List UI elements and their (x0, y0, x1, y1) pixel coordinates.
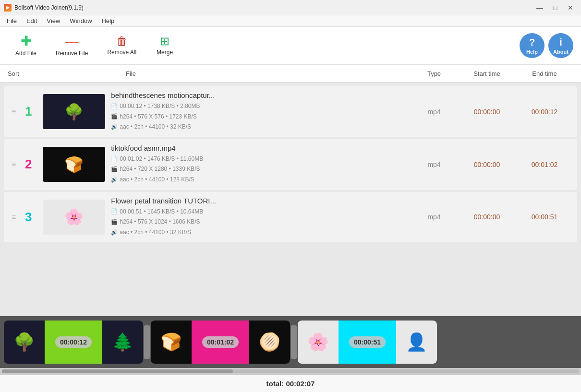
meta-video: h264 • 720 X 1280 • 1339 KB/S (120, 164, 200, 175)
end-time: 00:01:02 (516, 161, 573, 168)
col-end-header: End time (516, 70, 573, 77)
thumbnail-placeholder: 🍞 (43, 147, 105, 182)
row-number: 3 (20, 210, 37, 225)
row-number: 2 (20, 157, 37, 172)
remove-file-label: Remove File (56, 50, 88, 57)
toolbar: ✚ Add File — Remove File 🗑 Remove All ⊞ … (0, 27, 581, 65)
file-info: behindthescenes motioncaptur... 📄 00.00.… (111, 91, 410, 132)
clip-thumb-right-icon: 🫓 (259, 332, 280, 352)
doc-icon: 📄 (111, 207, 118, 216)
scrollbar-area[interactable] (0, 368, 581, 375)
meta-video: h264 • 576 X 576 • 1723 KB/S (120, 112, 197, 122)
thumbnail-placeholder: 🌳 (43, 94, 105, 129)
menu-bar: File Edit View Window Help (0, 15, 581, 27)
video-icon: 🎬 (111, 112, 118, 121)
about-icon: i (559, 37, 562, 48)
table-row[interactable]: ≡ 3 🌸 Flower petal transition TUTORI... … (4, 192, 577, 243)
title-bar: ▶ Boilsoft Video Joiner(9.1.9) — □ ✕ (0, 0, 581, 15)
meta-duration: 00.01.02 • 1476 KB/S • 11.60MB (120, 154, 203, 165)
clip-thumb-right-icon: 🌲 (112, 332, 133, 352)
audio-icon: 🔊 (111, 228, 118, 238)
meta-duration: 00.00.51 • 1645 KB/S • 10.64MB (120, 207, 203, 217)
menu-edit[interactable]: Edit (22, 16, 42, 25)
row-thumbnail: 🌸 (43, 200, 105, 235)
clip-time-badge: 00:01:02 (202, 336, 239, 348)
file-meta: 📄 00.00.51 • 1645 KB/S • 10.64MB 🎬 h264 … (111, 207, 410, 238)
row-number: 1 (20, 104, 37, 119)
remove-all-icon: 🗑 (116, 36, 128, 47)
file-name: tiktokfood asmr.mp4 (111, 144, 410, 152)
window-controls: — □ ✕ (533, 2, 577, 13)
add-file-button[interactable]: ✚ Add File (8, 32, 44, 59)
clip-time-badge: 00:00:12 (55, 336, 92, 348)
clip-thumb-left: 🍞 (151, 321, 192, 364)
row-thumbnail: 🌳 (43, 94, 105, 129)
timeline[interactable]: 🌳 00:00:12 🌲 🍞 00:01:02 🫓 🌸 00:00:51 👤 (0, 316, 581, 368)
start-time: 00:00:00 (458, 161, 516, 168)
clip-thumb-icon: 🍞 (160, 332, 182, 352)
clip-main: 00:01:02 (192, 321, 249, 364)
maximize-button[interactable]: □ (548, 2, 562, 13)
app-title: Boilsoft Video Joiner(9.1.9) (14, 4, 533, 11)
timeline-divider (291, 325, 297, 359)
about-button[interactable]: i About (548, 33, 573, 58)
add-file-label: Add File (15, 50, 36, 57)
col-file-header: File (126, 70, 410, 77)
drag-handle[interactable]: ≡ (8, 211, 20, 224)
file-name: behindthescenes motioncaptur... (111, 91, 410, 99)
status-total-text: total: 00:02:07 (266, 380, 315, 388)
clip-thumb-right: 👤 (396, 321, 437, 364)
start-time: 00:00:00 (458, 108, 516, 116)
remove-file-button[interactable]: — Remove File (48, 32, 96, 59)
file-type: mp4 (410, 213, 458, 221)
timeline-clip[interactable]: 🌳 00:00:12 🌲 (4, 321, 143, 364)
scrollbar-thumb[interactable] (2, 369, 233, 373)
remove-all-button[interactable]: 🗑 Remove All (99, 33, 144, 59)
file-type: mp4 (410, 108, 458, 116)
end-time: 00:00:12 (516, 108, 573, 116)
meta-audio: aac • 2ch • 44100 • 128 KB/S (120, 175, 194, 185)
help-button[interactable]: ? Help (520, 33, 545, 58)
start-time: 00:00:00 (458, 213, 516, 221)
clip-thumb-icon: 🌸 (307, 332, 329, 352)
minimize-button[interactable]: — (533, 2, 546, 13)
col-start-header: Start time (458, 70, 516, 77)
col-type-header: Type (410, 70, 458, 77)
close-button[interactable]: ✕ (564, 2, 577, 13)
thumbnail-placeholder: 🌸 (43, 200, 105, 235)
remove-all-label: Remove All (107, 49, 136, 56)
app-icon: ▶ (4, 4, 12, 12)
clip-thumb-icon: 🌳 (13, 332, 35, 352)
menu-help[interactable]: Help (97, 16, 120, 25)
menu-view[interactable]: View (42, 16, 65, 25)
meta-duration: 00.00.12 • 1738 KB/S • 2.80MB (120, 101, 200, 112)
meta-audio: aac • 2ch • 44100 • 32 KB/S (120, 122, 191, 132)
doc-icon: 📄 (111, 154, 118, 164)
file-meta: 📄 00.00.12 • 1738 KB/S • 2.80MB 🎬 h264 •… (111, 101, 410, 132)
drag-handle[interactable]: ≡ (8, 158, 20, 171)
meta-video: h264 • 576 X 1024 • 1606 KB/S (120, 217, 200, 227)
drag-handle[interactable]: ≡ (8, 105, 20, 118)
timeline-divider (144, 325, 150, 359)
clip-main: 00:00:51 (339, 321, 396, 364)
file-list: ≡ 1 🌳 behindthescenes motioncaptur... 📄 … (0, 83, 581, 316)
menu-file[interactable]: File (2, 16, 22, 25)
clip-thumb-right: 🌲 (102, 321, 143, 364)
column-headers: Sort File Type Start time End time (0, 65, 581, 83)
menu-window[interactable]: Window (65, 16, 97, 25)
timeline-clip[interactable]: 🍞 00:01:02 🫓 (151, 321, 290, 364)
status-bar: total: 00:02:07 (0, 375, 581, 392)
timeline-clip[interactable]: 🌸 00:00:51 👤 (298, 321, 437, 364)
table-row[interactable]: ≡ 2 🍞 tiktokfood asmr.mp4 📄 00.01.02 • 1… (4, 139, 577, 190)
table-row[interactable]: ≡ 1 🌳 behindthescenes motioncaptur... 📄 … (4, 86, 577, 137)
clip-thumb-left: 🌳 (4, 321, 45, 364)
clip-time-badge: 00:00:51 (349, 336, 386, 348)
scrollbar-track[interactable] (2, 369, 579, 373)
meta-audio: aac • 2ch • 44100 • 32 KB/S (120, 227, 191, 238)
add-file-icon: ✚ (21, 35, 32, 48)
remove-file-icon: — (65, 35, 79, 48)
merge-icon: ⊞ (160, 36, 169, 47)
merge-button[interactable]: ⊞ Merge (148, 33, 182, 59)
audio-icon: 🔊 (111, 122, 118, 132)
clip-thumb-left: 🌸 (298, 321, 339, 364)
